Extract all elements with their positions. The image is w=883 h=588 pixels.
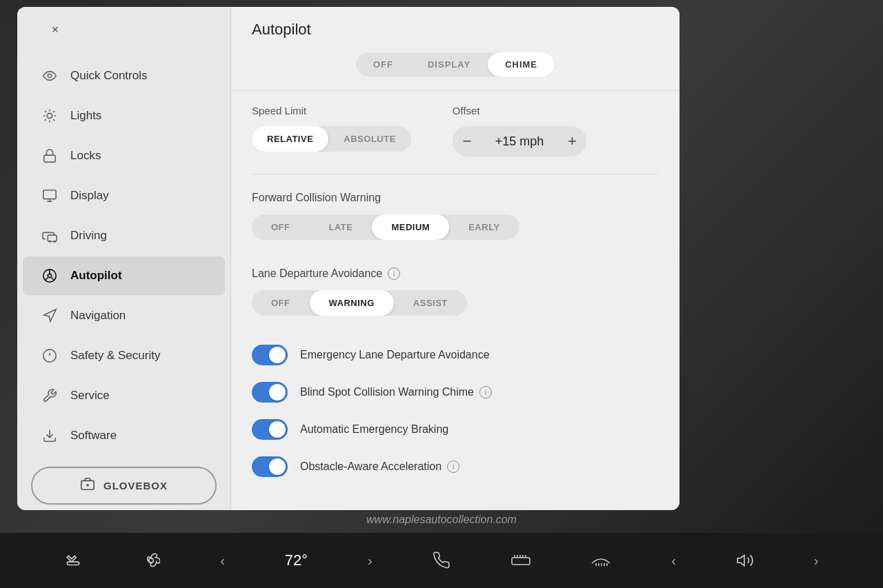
fcw-option-group: OFF LATE MEDIUM EARLY	[252, 214, 519, 240]
sidebar-item-display-label: Display	[70, 189, 109, 203]
toggle-rows: Emergency Lane Departure Avoidance Blind…	[231, 330, 679, 499]
lda-assist-button[interactable]: ASSIST	[394, 290, 467, 316]
volume-icon[interactable]	[736, 551, 754, 569]
phone-icon[interactable]	[433, 551, 450, 569]
auto-emergency-braking-label: Automatic Emergency Braking	[300, 423, 448, 436]
chime-off-button[interactable]: OFF	[356, 52, 410, 77]
steering-icon	[40, 266, 59, 285]
sidebar-item-software-label: Software	[70, 429, 117, 443]
svg-rect-30	[68, 562, 79, 565]
glovebox-label: GLOVEBOX	[103, 480, 168, 491]
fcw-label: Forward Collision Warning	[252, 192, 659, 204]
sidebar-item-quick-controls[interactable]: Quick Controls	[23, 57, 225, 95]
offset-col: Offset − +15 mph +	[453, 105, 587, 156]
lda-info-button[interactable]: i	[388, 267, 400, 280]
glovebox-icon	[80, 476, 95, 495]
auto-emergency-braking-toggle[interactable]	[252, 419, 288, 440]
eye-icon	[40, 66, 59, 85]
emergency-lane-toggle[interactable]	[252, 345, 288, 365]
svg-line-21	[52, 278, 54, 281]
sidebar-item-locks[interactable]: Locks	[23, 136, 225, 175]
page-title: Autopilot	[231, 7, 679, 49]
download-icon	[40, 426, 59, 445]
bottom-bar: ‹ 72° › ‹ ›	[0, 533, 883, 588]
obstacle-aware-toggle[interactable]	[252, 456, 288, 477]
sidebar-item-navigation-label: Navigation	[70, 309, 126, 323]
blind-spot-toggle[interactable]	[252, 382, 288, 403]
vol-up-button[interactable]: ›	[814, 553, 819, 569]
svg-line-4	[45, 111, 46, 112]
svg-rect-32	[512, 558, 530, 565]
sidebar-item-software[interactable]: Software	[23, 416, 225, 455]
sidebar-item-lights-label: Lights	[70, 109, 101, 123]
lda-warning-button[interactable]: WARNING	[310, 290, 394, 316]
svg-point-1	[47, 113, 52, 118]
offset-decrease-button[interactable]: −	[453, 126, 482, 156]
chime-chime-button[interactable]: CHIME	[488, 52, 555, 77]
lda-off-button[interactable]: OFF	[252, 290, 310, 316]
sidebar-item-navigation[interactable]: Navigation	[23, 296, 225, 335]
obstacle-aware-label: Obstacle-Aware Acceleration i	[300, 460, 459, 473]
lda-option-group: OFF WARNING ASSIST	[252, 290, 467, 316]
toggle-row-emergency-lane: Emergency Lane Departure Avoidance	[252, 336, 659, 374]
svg-rect-11	[43, 190, 56, 199]
main-content: Autopilot OFF DISPLAY CHIME Speed Limit …	[231, 7, 679, 510]
sidebar-item-locks-label: Locks	[70, 149, 101, 163]
glovebox-button[interactable]: GLOVEBOX	[31, 467, 217, 505]
sidebar-item-display[interactable]: Display	[23, 176, 225, 215]
lock-icon	[40, 146, 59, 165]
obstacle-aware-info-button[interactable]: i	[447, 460, 459, 473]
chime-toggle-bar: OFF DISPLAY CHIME	[231, 49, 679, 91]
lda-label-row: Lane Departure Avoidance i	[252, 267, 659, 280]
fcw-off-button[interactable]: OFF	[252, 214, 310, 240]
fan-icon[interactable]	[142, 551, 160, 569]
svg-rect-10	[44, 155, 56, 162]
speed-absolute-button[interactable]: ABSOLUTE	[328, 126, 411, 152]
shield-icon	[40, 346, 59, 365]
temp-up-button[interactable]: ›	[368, 553, 373, 569]
toggle-row-obstacle-aware: Obstacle-Aware Acceleration i	[252, 448, 659, 485]
blind-spot-info-button[interactable]: i	[479, 386, 492, 398]
sidebar-item-driving[interactable]: Driving	[23, 216, 225, 255]
seat-heat-icon[interactable]	[64, 551, 82, 569]
sidebar-item-safety-security[interactable]: Safety & Security	[23, 336, 225, 375]
sidebar-item-autopilot[interactable]: Autopilot	[23, 256, 225, 295]
nav-icon	[40, 306, 59, 325]
sidebar-item-service-label: Service	[70, 389, 110, 403]
svg-marker-43	[737, 555, 744, 565]
speed-limit-col: Speed Limit RELATIVE ABSOLUTE	[252, 105, 411, 152]
forward-collision-section: Forward Collision Warning OFF LATE MEDIU…	[231, 178, 679, 254]
wrench-icon	[40, 386, 59, 405]
rear-defrost-icon[interactable]	[510, 551, 531, 569]
sidebar-item-lights[interactable]: Lights	[23, 97, 225, 135]
sidebar-item-autopilot-label: Autopilot	[70, 269, 122, 283]
speed-limit-label: Speed Limit	[252, 105, 411, 116]
sidebar-item-service[interactable]: Service	[23, 376, 225, 415]
toggle-row-blind-spot: Blind Spot Collision Warning Chime i	[252, 374, 659, 411]
sidebar-item-quick-controls-label: Quick Controls	[70, 69, 147, 83]
blind-spot-label: Blind Spot Collision Warning Chime i	[300, 386, 492, 398]
close-button[interactable]: ×	[45, 19, 66, 40]
sidebar-item-driving-label: Driving	[70, 229, 107, 243]
speed-limit-toggle: RELATIVE ABSOLUTE	[252, 126, 411, 152]
fcw-early-button[interactable]: EARLY	[449, 214, 519, 240]
monitor-icon	[40, 186, 59, 205]
offset-label: Offset	[453, 105, 587, 116]
offset-value: +15 mph	[482, 134, 558, 149]
speed-limit-section: Speed Limit RELATIVE ABSOLUTE Offset − +…	[231, 91, 679, 170]
front-defrost-icon[interactable]	[591, 551, 611, 569]
fcw-medium-button[interactable]: MEDIUM	[372, 214, 449, 240]
temp-down-button[interactable]: ‹	[220, 553, 225, 569]
offset-increase-button[interactable]: +	[557, 126, 586, 156]
chime-display-button[interactable]: DISPLAY	[410, 52, 488, 77]
svg-point-0	[48, 74, 52, 78]
svg-line-20	[46, 278, 48, 281]
car-icon	[40, 226, 59, 245]
sidebar-item-safety-security-label: Safety & Security	[70, 349, 160, 363]
offset-control: − +15 mph +	[453, 126, 587, 156]
svg-marker-22	[44, 310, 56, 321]
fcw-late-button[interactable]: LATE	[310, 214, 373, 240]
svg-point-18	[48, 274, 52, 278]
vol-down-button[interactable]: ‹	[671, 553, 676, 569]
speed-relative-button[interactable]: RELATIVE	[252, 126, 328, 152]
